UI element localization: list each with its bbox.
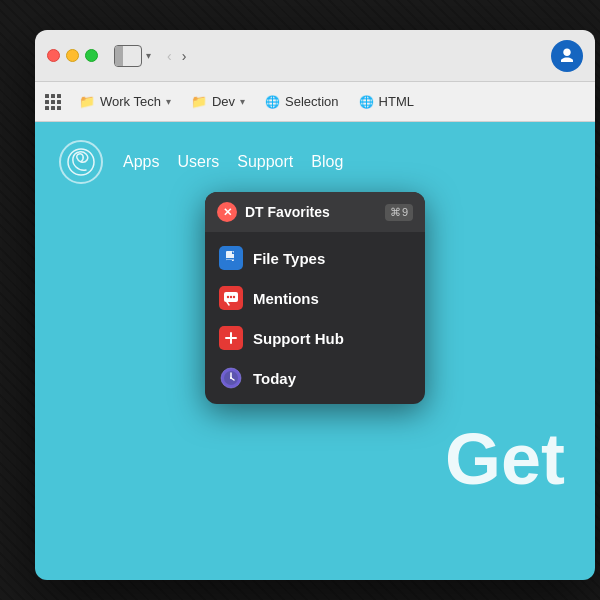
nav-users[interactable]: Users xyxy=(177,153,219,171)
dt-popup-list: File Types Mentions xyxy=(205,232,425,404)
dt-item-today[interactable]: Today xyxy=(205,358,425,398)
dt-popup-close-button[interactable]: ✕ xyxy=(217,202,237,222)
globe-icon-html: 🌐 xyxy=(359,95,374,109)
mentions-icon xyxy=(219,286,243,310)
svg-rect-2 xyxy=(226,258,234,260)
svg-point-7 xyxy=(233,296,235,298)
dt-cmd-badge: ⌘ 9 xyxy=(385,204,413,221)
dt-item-today-label: Today xyxy=(253,370,296,387)
forward-arrow-icon[interactable]: › xyxy=(178,46,191,66)
traffic-lights xyxy=(47,49,98,62)
fullscreen-button[interactable] xyxy=(85,49,98,62)
svg-point-15 xyxy=(230,377,232,379)
folder-icon-dev: 📁 xyxy=(191,94,207,109)
back-arrow-icon[interactable]: ‹ xyxy=(163,46,176,66)
sidebar-toggle-icon[interactable] xyxy=(114,45,142,67)
svg-point-5 xyxy=(227,296,229,298)
nav-arrows: ‹ › xyxy=(163,46,190,66)
nav-blog[interactable]: Blog xyxy=(311,153,343,171)
apps-grid-icon[interactable] xyxy=(45,94,61,110)
dt-item-file-types[interactable]: File Types xyxy=(205,238,425,278)
bookmark-html[interactable]: 🌐 HTML xyxy=(351,91,422,112)
svg-rect-9 xyxy=(225,337,237,339)
dt-item-support-hub[interactable]: Support Hub xyxy=(205,318,425,358)
site-header: Apps Users Support Blog xyxy=(35,122,595,202)
site-nav: Apps Users Support Blog xyxy=(123,153,343,171)
work-tech-chevron-icon: ▾ xyxy=(166,96,171,107)
dt-item-mentions[interactable]: Mentions xyxy=(205,278,425,318)
dt-popup-header: ✕ DT Favorites ⌘ 9 xyxy=(205,192,425,232)
shortcut-number: 9 xyxy=(402,206,408,218)
globe-icon-selection: 🌐 xyxy=(265,95,280,109)
svg-rect-3 xyxy=(226,260,232,262)
file-types-icon xyxy=(219,246,243,270)
title-bar: ▾ ‹ › xyxy=(35,30,595,82)
bookmarks-bar: 📁 Work Tech ▾ 📁 Dev ▾ 🌐 Selection 🌐 HTML xyxy=(35,82,595,122)
main-content: Apps Users Support Blog Get ✕ DT Favorit… xyxy=(35,122,595,580)
dt-popup-title: DT Favorites xyxy=(245,204,377,220)
dev-chevron-icon: ▾ xyxy=(240,96,245,107)
bookmark-html-label: HTML xyxy=(379,94,414,109)
minimize-button[interactable] xyxy=(66,49,79,62)
profile-icon[interactable] xyxy=(551,40,583,72)
dt-item-mentions-label: Mentions xyxy=(253,290,319,307)
hero-text: Get xyxy=(445,418,565,500)
dt-close-icon: ✕ xyxy=(223,206,232,219)
bookmark-dev[interactable]: 📁 Dev ▾ xyxy=(183,91,253,112)
folder-icon-work-tech: 📁 xyxy=(79,94,95,109)
svg-point-6 xyxy=(230,296,232,298)
dt-favorites-popup: ✕ DT Favorites ⌘ 9 xyxy=(205,192,425,404)
bookmark-work-tech[interactable]: 📁 Work Tech ▾ xyxy=(71,91,179,112)
nav-apps[interactable]: Apps xyxy=(123,153,159,171)
bookmark-work-tech-label: Work Tech xyxy=(100,94,161,109)
bookmark-selection-label: Selection xyxy=(285,94,338,109)
nav-support[interactable]: Support xyxy=(237,153,293,171)
bookmark-dev-label: Dev xyxy=(212,94,235,109)
dt-item-file-types-label: File Types xyxy=(253,250,325,267)
today-icon xyxy=(219,366,243,390)
cmd-key-icon: ⌘ xyxy=(390,206,401,219)
dt-item-support-hub-label: Support Hub xyxy=(253,330,344,347)
support-hub-icon xyxy=(219,326,243,350)
bookmark-selection[interactable]: 🌐 Selection xyxy=(257,91,346,112)
mac-window: ▾ ‹ › 📁 Work Tech ▾ 📁 Dev ▾ 🌐 Selection xyxy=(35,30,595,580)
sidebar-chevron-icon[interactable]: ▾ xyxy=(146,50,151,61)
close-button[interactable] xyxy=(47,49,60,62)
site-logo xyxy=(59,140,103,184)
